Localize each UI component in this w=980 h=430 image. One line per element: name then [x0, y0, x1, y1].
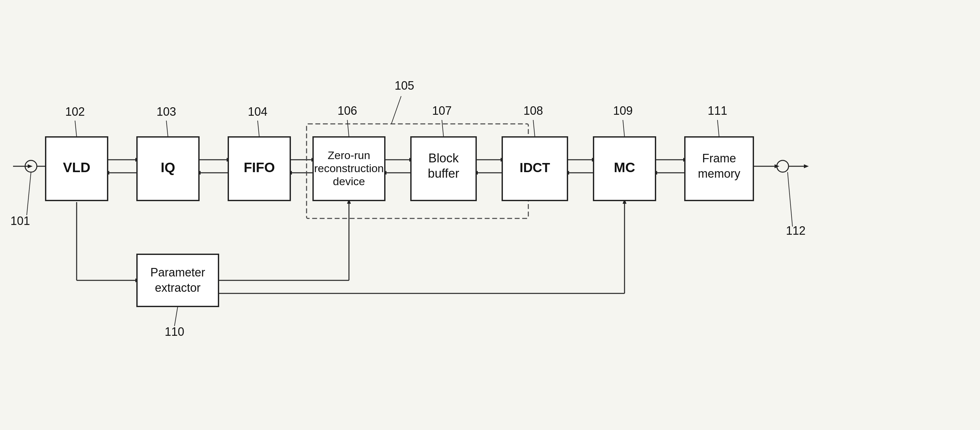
svg-text:Block: Block	[428, 151, 459, 165]
svg-text:102: 102	[65, 105, 85, 118]
svg-text:107: 107	[432, 104, 452, 117]
svg-text:device: device	[333, 175, 365, 187]
diagram-container: VLD IQ FIFO Zero-run reconstruction devi…	[0, 0, 980, 430]
svg-text:Parameter: Parameter	[150, 266, 205, 279]
svg-text:104: 104	[248, 105, 267, 118]
svg-text:109: 109	[613, 104, 633, 117]
svg-text:IQ: IQ	[161, 160, 175, 175]
svg-text:110: 110	[165, 325, 184, 338]
svg-text:memory: memory	[698, 167, 740, 180]
svg-text:Zero-run: Zero-run	[328, 149, 370, 161]
svg-text:buffer: buffer	[428, 167, 460, 180]
svg-rect-0	[0, 0, 980, 430]
svg-text:101: 101	[10, 214, 30, 228]
svg-text:extractor: extractor	[155, 281, 200, 294]
svg-text:106: 106	[337, 104, 357, 117]
svg-text:VLD: VLD	[63, 160, 90, 175]
svg-text:105: 105	[395, 79, 414, 92]
svg-text:Frame: Frame	[702, 152, 736, 165]
svg-text:103: 103	[156, 105, 176, 118]
svg-text:111: 111	[708, 104, 727, 117]
svg-rect-69	[137, 254, 218, 306]
svg-text:FIFO: FIFO	[243, 160, 275, 175]
svg-text:MC: MC	[614, 160, 635, 175]
svg-text:IDCT: IDCT	[520, 160, 550, 175]
svg-text:reconstruction: reconstruction	[314, 162, 384, 175]
svg-text:108: 108	[523, 104, 543, 117]
svg-text:112: 112	[786, 224, 805, 237]
